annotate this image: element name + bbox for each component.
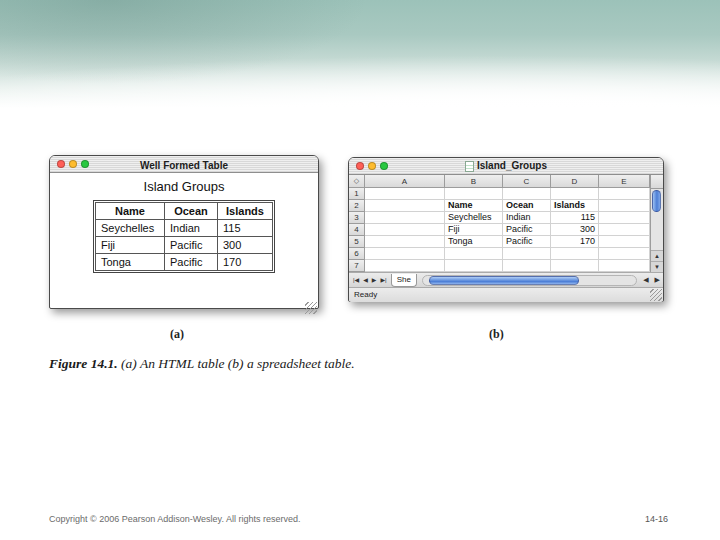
cell: Seychelles: [96, 220, 165, 237]
row-header[interactable]: 4: [349, 224, 365, 236]
sheet-cell[interactable]: Fiji: [445, 224, 503, 236]
scrollbar-top-box[interactable]: [651, 175, 663, 189]
sheet-cell[interactable]: [365, 200, 445, 212]
copyright-text: Copyright © 2006 Pearson Addison-Wesley.…: [49, 514, 300, 524]
sheet-cell[interactable]: [599, 200, 650, 212]
scroll-right-icon[interactable]: ▶: [652, 276, 663, 284]
banner-gradient: [0, 0, 720, 108]
sheet-cell[interactable]: [365, 236, 445, 248]
cell: Pacific: [165, 237, 218, 254]
vertical-scrollbar[interactable]: ▲ ▼: [650, 175, 663, 272]
sheet-row: 5 Tonga Pacific 170: [349, 236, 650, 248]
sheet-cell[interactable]: [365, 224, 445, 236]
table-row: Fiji Pacific 300: [96, 237, 273, 254]
sheet-cell[interactable]: 170: [551, 236, 599, 248]
table-header-row: Name Ocean Islands: [96, 203, 273, 220]
status-text: Ready: [354, 290, 377, 299]
sheet-tab[interactable]: She: [391, 274, 417, 287]
row-header[interactable]: 6: [349, 248, 365, 260]
sheet-cell[interactable]: Ocean: [503, 200, 551, 212]
last-sheet-icon[interactable]: ▶|: [378, 274, 388, 287]
header-ocean: Ocean: [165, 203, 218, 220]
header-islands: Islands: [218, 203, 273, 220]
status-bar: Ready: [349, 288, 663, 302]
sheet-cell[interactable]: [599, 212, 650, 224]
resize-grip-icon[interactable]: [305, 302, 317, 314]
sheet-cell[interactable]: [365, 188, 445, 200]
window-b-title: Island_Groups: [477, 158, 547, 174]
first-sheet-icon[interactable]: |◀: [351, 274, 361, 287]
cell: Indian: [165, 220, 218, 237]
sheet-cell[interactable]: Tonga: [445, 236, 503, 248]
sheet-cell[interactable]: [599, 188, 650, 200]
scroll-down-icon[interactable]: ▼: [651, 261, 663, 272]
select-all-corner[interactable]: ◇: [349, 175, 365, 188]
close-button-icon[interactable]: [356, 162, 364, 170]
scroll-left-icon[interactable]: ◀: [640, 276, 651, 284]
vertical-scroll-thumb[interactable]: [652, 190, 661, 212]
sheet-cell[interactable]: [445, 188, 503, 200]
sheet-cell[interactable]: [599, 248, 650, 260]
scroll-up-icon[interactable]: ▲: [651, 250, 663, 261]
sheet-row: 6: [349, 248, 650, 260]
sheet-cell[interactable]: [365, 212, 445, 224]
sheet-cell[interactable]: Indian: [503, 212, 551, 224]
column-header-a[interactable]: A: [365, 175, 445, 188]
zoom-button-icon[interactable]: [81, 160, 89, 168]
window-controls: [57, 160, 89, 168]
minimize-button-icon[interactable]: [69, 160, 77, 168]
minimize-button-icon[interactable]: [368, 162, 376, 170]
sheet-cell[interactable]: [599, 224, 650, 236]
sheet-cell[interactable]: [599, 260, 650, 272]
column-header-b[interactable]: B: [445, 175, 503, 188]
window-b-titlebar[interactable]: Island_Groups: [349, 158, 663, 175]
sheet-cell[interactable]: [599, 236, 650, 248]
sheet-cell[interactable]: 115: [551, 212, 599, 224]
sheet-cell[interactable]: Seychelles: [445, 212, 503, 224]
window-a-titlebar[interactable]: Well Formed Table: [50, 156, 318, 173]
next-sheet-icon[interactable]: ▶: [370, 274, 379, 287]
column-header-row: ◇ A B C D E: [349, 175, 650, 188]
row-header[interactable]: 5: [349, 236, 365, 248]
zoom-button-icon[interactable]: [380, 162, 388, 170]
sheet-cell[interactable]: Name: [445, 200, 503, 212]
cell: 115: [218, 220, 273, 237]
sheet-cell[interactable]: Pacific: [503, 224, 551, 236]
sheet-cell[interactable]: [445, 248, 503, 260]
column-header-e[interactable]: E: [599, 175, 650, 188]
close-button-icon[interactable]: [57, 160, 65, 168]
figure-caption-text: (a) An HTML table (b) a spreadsheet tabl…: [121, 356, 355, 371]
resize-grip-icon[interactable]: [650, 289, 662, 301]
sheet-cell[interactable]: [551, 188, 599, 200]
cell: Fiji: [96, 237, 165, 254]
horizontal-scroll-thumb[interactable]: [429, 276, 579, 285]
table-row: Seychelles Indian 115: [96, 220, 273, 237]
sheet-cell[interactable]: [551, 260, 599, 272]
sheet-cell[interactable]: Pacific: [503, 236, 551, 248]
slide: Well Formed Table Island Groups Name Oce…: [0, 0, 720, 540]
sheet-row: 2 Name Ocean Islands: [349, 200, 650, 212]
sheet-cell[interactable]: Islands: [551, 200, 599, 212]
diamond-icon: ◇: [354, 177, 359, 185]
cell: 300: [218, 237, 273, 254]
row-header[interactable]: 7: [349, 260, 365, 272]
row-header[interactable]: 2: [349, 200, 365, 212]
sheet-cell[interactable]: [365, 260, 445, 272]
cell: Pacific: [165, 254, 218, 271]
prev-sheet-icon[interactable]: ◀: [361, 274, 370, 287]
sheet-cell[interactable]: [503, 260, 551, 272]
sheet-cell[interactable]: [365, 248, 445, 260]
sheet-cell[interactable]: 300: [551, 224, 599, 236]
horizontal-scrollbar[interactable]: [422, 275, 637, 286]
sheet-cell[interactable]: [551, 248, 599, 260]
row-header[interactable]: 3: [349, 212, 365, 224]
column-header-c[interactable]: C: [503, 175, 551, 188]
sheet-cell[interactable]: [503, 188, 551, 200]
vertical-scroll-track[interactable]: [651, 189, 663, 250]
window-a-title: Well Formed Table: [140, 160, 228, 171]
sheet-cell[interactable]: [445, 260, 503, 272]
row-header[interactable]: 1: [349, 188, 365, 200]
column-header-d[interactable]: D: [551, 175, 599, 188]
sheet-cell[interactable]: [503, 248, 551, 260]
table-heading: Island Groups: [50, 179, 318, 194]
